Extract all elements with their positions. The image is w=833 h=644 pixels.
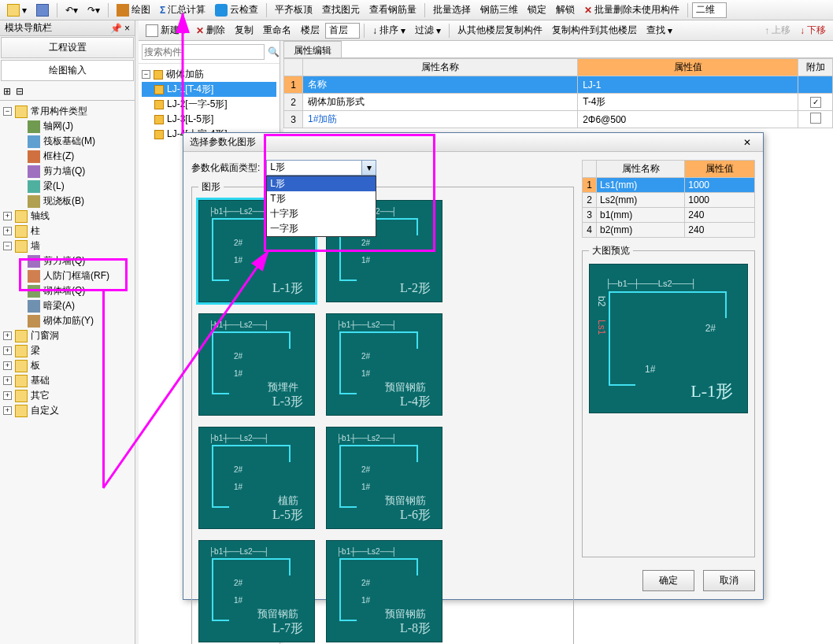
- tree-hidden-beam[interactable]: 暗梁(A): [3, 298, 131, 313]
- param-figure-dialog: 选择参数化图形 ✕ 参数化截面类型: L形 ▾ L形 T形 十字形 一字形 图形: [183, 132, 764, 600]
- figure-option[interactable]: ├b1┼──Ls2──┤ 2# 1# 预留钢筋 L-6形: [326, 427, 442, 529]
- tree-toolbar: ⊞ ⊟: [0, 82, 135, 101]
- figure-option[interactable]: ├b1┼──Ls2──┤ 2# 1# 植筋 L-5形: [198, 427, 315, 529]
- mid-item-3[interactable]: LJ-3[L-5形]: [142, 112, 276, 127]
- col-value: 属性值: [578, 59, 798, 76]
- copy-button[interactable]: 复制: [231, 21, 257, 39]
- copy-to-button[interactable]: 复制构件到其他楼层: [548, 21, 641, 39]
- preview-figure: ├─b1─┼───Ls2───┤ 2# 1# Ls1 b2 L-1形: [589, 264, 748, 413]
- tree-column[interactable]: +柱: [3, 224, 131, 239]
- checkbox-icon[interactable]: ✓: [810, 97, 821, 108]
- save-button[interactable]: [32, 2, 53, 19]
- prop-row-1[interactable]: 1名称LJ-1: [284, 76, 833, 94]
- prop-row-2[interactable]: 2砌体加筋形式T-4形✓: [284, 94, 833, 111]
- combo-dropdown: L形 T形 十字形 一字形: [266, 176, 376, 237]
- combo-option[interactable]: 一字形: [267, 221, 376, 236]
- tree-other[interactable]: +其它: [3, 388, 131, 403]
- sort-button[interactable]: ↓ 排序 ▾: [368, 21, 409, 39]
- new-button[interactable]: 新建 ▾: [142, 21, 191, 39]
- tree-door[interactable]: +门窗洞: [3, 328, 131, 343]
- pin-icon[interactable]: 📌: [110, 23, 122, 34]
- dialog-titlebar[interactable]: 选择参数化图形 ✕: [183, 133, 763, 152]
- unlock-button[interactable]: 解锁: [552, 1, 579, 19]
- view-mode-combo[interactable]: 二维: [692, 2, 727, 18]
- batch-sel-button[interactable]: 批量选择: [429, 1, 475, 19]
- expand-icon[interactable]: ⊞: [3, 86, 11, 97]
- tree-masonry[interactable]: 砌体墙(Q): [3, 283, 131, 298]
- filter-button[interactable]: 过滤 ▾: [411, 21, 445, 39]
- col-extra: 附加: [798, 59, 833, 76]
- align-top-button[interactable]: 平齐板顶: [271, 1, 317, 19]
- combo-option[interactable]: L形: [267, 176, 376, 191]
- rename-button[interactable]: 重命名: [259, 21, 295, 39]
- tree-shear[interactable]: 剪力墙(Q): [3, 164, 131, 179]
- tree-raft[interactable]: 筏板基础(M): [3, 134, 131, 149]
- floor-combo[interactable]: 首层: [325, 23, 360, 39]
- combo-option[interactable]: T形: [267, 191, 376, 206]
- combo-option[interactable]: 十字形: [267, 206, 376, 221]
- find-elem-button[interactable]: 查找图元: [318, 1, 364, 19]
- checkbox-icon[interactable]: [810, 113, 821, 124]
- floor-label: 楼层: [297, 21, 324, 39]
- copy-from-button[interactable]: 从其他楼层复制构件: [454, 21, 546, 39]
- cloud-check-button[interactable]: 云检查: [211, 1, 262, 19]
- tree-axes[interactable]: +轴线: [3, 209, 131, 224]
- sum-button[interactable]: Σ 汇总计算: [156, 1, 209, 19]
- tree-base[interactable]: +基础: [3, 373, 131, 388]
- cancel-button[interactable]: 取消: [703, 570, 755, 591]
- bar3d-button[interactable]: 钢筋三维: [476, 1, 522, 19]
- mid-root[interactable]: −砌体加筋: [142, 67, 276, 82]
- preview-group: 大图预览 ├─b1─┼───Ls2───┤ 2# 1# Ls1 b2 L-1形: [582, 244, 755, 557]
- tree-beam2[interactable]: +梁: [3, 343, 131, 358]
- section-type-combo[interactable]: L形 ▾ L形 T形 十字形 一字形: [266, 160, 376, 176]
- tree-framecol[interactable]: 框柱(Z): [3, 149, 131, 164]
- tree-shearwall[interactable]: 剪力墙(Q): [3, 254, 131, 268]
- figure-option[interactable]: ├b1┼──Ls2──┤ 2# 1# 预埋件 L-3形: [198, 313, 315, 416]
- close-icon[interactable]: ×: [124, 23, 130, 34]
- tab-property-edit[interactable]: 属性编辑: [283, 41, 342, 57]
- param-row[interactable]: 1Ls1(mm)1000: [583, 178, 755, 193]
- chevron-down-icon[interactable]: ▾: [361, 161, 376, 175]
- close-icon[interactable]: ✕: [738, 137, 757, 148]
- mid-item-2[interactable]: LJ-2[一字-5形]: [142, 97, 276, 112]
- panel-header: 模块导航栏 📌 ×: [0, 20, 135, 36]
- tree-axis[interactable]: 轴网(J): [3, 119, 131, 134]
- search-icon[interactable]: 🔍: [268, 46, 280, 57]
- find-button[interactable]: 查找 ▾: [642, 21, 676, 39]
- param-row[interactable]: 2Ls2(mm)1000: [583, 193, 755, 208]
- move-down-button[interactable]: ↓ 下移: [796, 21, 830, 39]
- component-toolbar: 新建 ▾ ✕ 删除 复制 重命名 楼层 首层 ↓ 排序 ▾ 过滤 ▾ 从其他楼层…: [139, 20, 833, 41]
- draw-button[interactable]: 绘图: [113, 1, 154, 19]
- property-table: 属性名称属性值附加 1名称LJ-1 2砌体加筋形式T-4形✓ 31#加筋2Φ6@…: [283, 58, 833, 128]
- batch-del-button[interactable]: ✕ 批量删除未使用构件: [580, 1, 683, 19]
- tree-root[interactable]: −常用构件类型: [3, 104, 131, 119]
- ok-button[interactable]: 确定: [642, 570, 694, 591]
- search-input[interactable]: [142, 44, 265, 60]
- tab-project-settings[interactable]: 工程设置: [1, 37, 134, 58]
- tree-rfframe[interactable]: 人防门框墙(RF): [3, 268, 131, 283]
- param-row[interactable]: 3b1(mm)240: [583, 208, 755, 223]
- tab-draw-input[interactable]: 绘图输入: [1, 60, 134, 81]
- figure-option[interactable]: ├b1┼──Ls2──┤ 2# 1# 预留钢筋 L-8形: [326, 540, 442, 642]
- figure-group: 图形 ├b1┼──Ls2──┤ 2# 1# L-1形 ├b1┼──Ls2──┤ …: [191, 180, 574, 644]
- tree-slab[interactable]: 现浇板(B): [3, 194, 131, 209]
- mid-item-1[interactable]: LJ-1[T-4形]: [142, 82, 276, 97]
- param-row[interactable]: 4b2(mm)240: [583, 223, 755, 238]
- check-bar-button[interactable]: 查看钢筋量: [365, 1, 420, 19]
- undo-button[interactable]: ↶▾: [61, 2, 82, 18]
- figure-option[interactable]: ├b1┼──Ls2──┤ 2# 1# 预留钢筋 L-7形: [198, 540, 315, 642]
- tree-custom[interactable]: +自定义: [3, 403, 131, 418]
- figure-option[interactable]: ├b1┼──Ls2──┤ 2# 1# 预留钢筋 L-4形: [326, 313, 442, 416]
- open-button[interactable]: ▾: [3, 2, 31, 19]
- delete-button[interactable]: ✕ 删除: [192, 21, 229, 39]
- prop-row-3[interactable]: 31#加筋2Φ6@500: [284, 111, 833, 128]
- tree-wall[interactable]: −墙: [3, 239, 131, 254]
- lock-button[interactable]: 锁定: [524, 1, 550, 19]
- move-up-button[interactable]: ↑ 上移: [761, 21, 794, 39]
- col-name: 属性名称: [303, 59, 578, 76]
- tree-beam[interactable]: 梁(L): [3, 179, 131, 194]
- tree-slab2[interactable]: +板: [3, 358, 131, 373]
- collapse-icon[interactable]: ⊟: [16, 86, 24, 97]
- tree-masonry-bar[interactable]: 砌体加筋(Y): [3, 313, 131, 328]
- redo-button[interactable]: ↷▾: [83, 2, 104, 18]
